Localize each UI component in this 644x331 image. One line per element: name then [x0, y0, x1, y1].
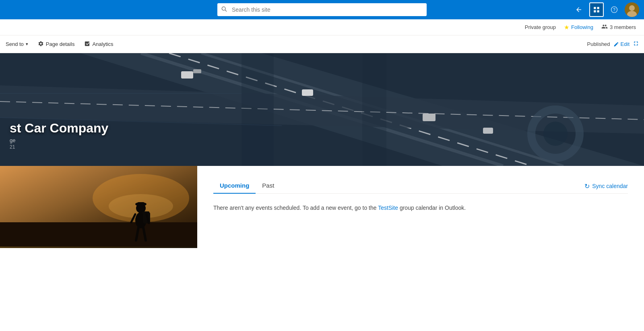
svg-rect-20 — [302, 89, 313, 96]
tab-past[interactable]: Past — [256, 179, 281, 194]
help-button[interactable]: ? — [607, 2, 621, 17]
members-icon — [601, 23, 608, 31]
svg-rect-24 — [362, 53, 386, 166]
private-group-label: Private group — [525, 24, 556, 30]
search-input[interactable] — [217, 3, 427, 16]
private-group-item: Private group — [525, 24, 556, 30]
user-avatar[interactable] — [625, 2, 639, 17]
svg-rect-32 — [0, 222, 197, 246]
sync-calendar-button[interactable]: ↻ Sync calendar — [584, 182, 628, 190]
svg-rect-3 — [597, 7, 599, 9]
site-status-bar: Private group ★ Following 3 members — [0, 19, 644, 35]
svg-rect-23 — [242, 53, 274, 166]
svg-rect-21 — [423, 114, 436, 121]
members-count-label: 3 members — [610, 24, 636, 30]
hero-title: st Car Company — [10, 121, 108, 136]
analytics-button[interactable]: Analytics — [80, 37, 117, 52]
page-details-button[interactable]: Page details — [34, 37, 79, 52]
svg-point-0 — [222, 7, 225, 10]
back-button[interactable] — [572, 2, 586, 17]
events-tabs: Upcoming Past ↻ Sync calendar — [213, 179, 628, 194]
send-to-button[interactable]: Send to ▾ — [2, 37, 32, 52]
edit-label: Edit — [621, 41, 630, 47]
no-events-message: There aren't any events scheduled. To ad… — [213, 203, 628, 212]
svg-rect-22 — [483, 128, 493, 134]
sync-icon: ↻ — [584, 182, 590, 190]
svg-point-9 — [629, 5, 635, 11]
edit-button[interactable]: Edit — [613, 41, 630, 47]
top-navigation: ? — [0, 0, 644, 19]
gear-icon — [38, 41, 44, 48]
published-badge: Published — [587, 41, 610, 47]
star-icon: ★ — [564, 24, 569, 31]
testsite-link[interactable]: TestSite — [378, 205, 398, 211]
svg-rect-42 — [138, 202, 144, 205]
sync-calendar-label: Sync calendar — [592, 183, 628, 189]
hero-section: st Car Company ge 21 — [0, 53, 644, 166]
svg-rect-5 — [597, 10, 599, 12]
send-to-label: Send to — [6, 41, 24, 47]
grid-apps-button[interactable] — [589, 2, 604, 17]
nav-right-icons: ? — [572, 2, 639, 17]
left-image-panel — [0, 166, 197, 248]
hero-date: 21 — [10, 144, 108, 150]
events-panel: Upcoming Past ↻ Sync calendar There aren… — [197, 166, 644, 248]
svg-rect-19 — [193, 69, 201, 73]
command-bar: Send to ▾ Page details Analytics Publish… — [0, 35, 644, 53]
following-item[interactable]: ★ Following — [564, 24, 593, 31]
svg-line-1 — [225, 10, 227, 12]
page-details-label: Page details — [46, 41, 75, 47]
svg-text:?: ? — [613, 7, 615, 12]
tab-upcoming[interactable]: Upcoming — [213, 179, 256, 194]
members-item: 3 members — [601, 23, 636, 31]
hero-title-block: st Car Company ge 21 — [10, 121, 108, 150]
analytics-icon — [84, 41, 90, 48]
expand-button[interactable] — [633, 40, 639, 48]
command-bar-right: Published Edit — [587, 40, 642, 48]
svg-rect-4 — [594, 10, 596, 12]
chevron-down-icon: ▾ — [26, 41, 28, 47]
following-label: Following — [571, 24, 593, 30]
content-area: Upcoming Past ↻ Sync calendar There aren… — [0, 166, 644, 248]
person-image-svg — [0, 166, 197, 246]
svg-rect-18 — [181, 71, 193, 79]
svg-rect-2 — [594, 7, 596, 9]
hero-subtitle: ge — [10, 137, 108, 143]
search-icon — [221, 6, 227, 13]
analytics-label: Analytics — [92, 41, 113, 47]
svg-point-26 — [543, 122, 568, 146]
search-container — [217, 3, 427, 16]
